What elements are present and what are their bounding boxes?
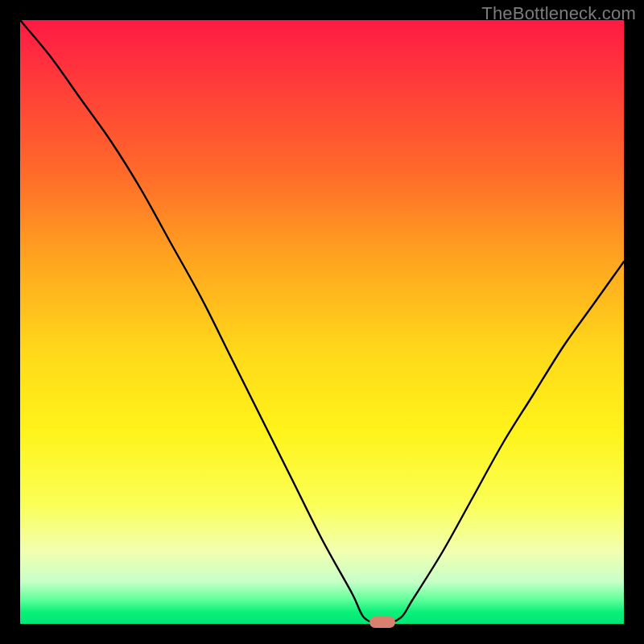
bottleneck-curve — [20, 20, 624, 624]
chart-frame: TheBottleneck.com — [0, 0, 644, 644]
minimum-marker — [369, 617, 395, 628]
